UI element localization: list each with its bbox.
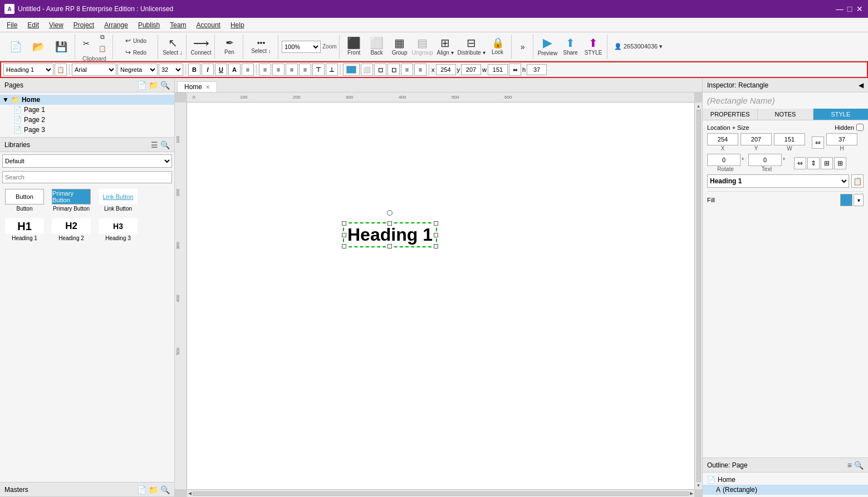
inspector-y-input[interactable] xyxy=(741,133,772,145)
menu-team[interactable]: Team xyxy=(165,20,190,30)
size-pin-button[interactable]: ⊞ xyxy=(834,157,846,169)
scroll-thumb-h[interactable] xyxy=(193,491,689,496)
scroll-horizontal[interactable]: ◀ ▶ xyxy=(187,489,694,497)
x-input[interactable] xyxy=(436,64,456,75)
select-button[interactable]: ↖ Select ↓ xyxy=(161,35,184,59)
canvas-surface[interactable]: Heading 1 xyxy=(187,103,694,489)
style-name-select[interactable]: Heading 1 xyxy=(707,174,849,188)
style-copy-button[interactable]: 📋 xyxy=(55,64,67,76)
font-weight-select[interactable]: Negreta xyxy=(117,64,158,76)
page-1-item[interactable]: 📄 Page 1 xyxy=(0,105,174,115)
y-input[interactable] xyxy=(461,64,481,75)
page-home-item[interactable]: ▼ 📁 Home xyxy=(0,95,174,105)
font-family-select[interactable]: Arial xyxy=(72,64,116,76)
group-button[interactable]: ▦ Group xyxy=(389,35,411,59)
scroll-left-arrow[interactable]: ◀ xyxy=(188,491,192,496)
rotate-handle[interactable] xyxy=(387,210,393,216)
redo-button[interactable]: ↪Redo xyxy=(116,47,155,58)
heading-widget-container[interactable]: Heading 1 xyxy=(343,222,437,247)
widget-type-select[interactable]: Heading 1 xyxy=(3,64,53,76)
outline-rectangle-item[interactable]: A (Rectangle) xyxy=(703,485,868,495)
more-button[interactable]: ••• Select ↓ xyxy=(247,35,276,59)
corner-style-button[interactable]: ◻ xyxy=(374,64,386,76)
scroll-vertical[interactable]: ▲ ▼ xyxy=(694,103,702,489)
italic-button[interactable]: I xyxy=(202,64,214,76)
bold-button[interactable]: B xyxy=(188,64,200,76)
align-center-button[interactable]: ≡ xyxy=(272,64,285,76)
font-size-select[interactable]: 32 xyxy=(159,64,183,76)
front-button[interactable]: ⬛ Front xyxy=(343,35,365,59)
heading-widget[interactable]: Heading 1 xyxy=(343,222,437,247)
lib-item-h3[interactable]: H3 Heading 3 xyxy=(96,216,140,243)
outline-filter-icon[interactable]: ≡ xyxy=(847,461,852,470)
align-right-button[interactable]: ≡ xyxy=(286,64,298,76)
lib-item-primary-button[interactable]: Primary Button Primary Button xyxy=(49,187,94,214)
w-input[interactable] xyxy=(488,64,508,75)
ungroup-button[interactable]: ▤ Ungroup xyxy=(411,35,434,59)
maximize-button[interactable]: □ xyxy=(846,5,854,13)
lock-ratio-button[interactable]: ⇔ xyxy=(509,64,521,76)
account-button[interactable]: 👤 2653004036 ▾ xyxy=(611,35,666,59)
share-button[interactable]: ⬆ Share xyxy=(560,35,582,59)
text-top-button[interactable]: ⊤ xyxy=(312,64,325,76)
pages-search-icon[interactable]: 🔍 xyxy=(160,81,170,90)
edit-style-button[interactable]: 📋 xyxy=(851,174,864,188)
text-bottom-button[interactable]: ⊥ xyxy=(326,64,338,76)
minimize-button[interactable]: — xyxy=(836,5,844,13)
pos-pin-button[interactable]: ⊞ xyxy=(821,157,833,169)
undo-button[interactable]: ↩Undo xyxy=(116,35,155,46)
text-offset-input[interactable] xyxy=(748,154,782,166)
scroll-thumb-v[interactable] xyxy=(697,110,701,482)
handle-top-middle[interactable] xyxy=(388,221,392,226)
tab-style[interactable]: STYLE xyxy=(813,109,868,120)
menu-help[interactable]: Help xyxy=(226,20,249,30)
publish-toolbar-button[interactable]: ⬆ STYLE xyxy=(582,35,605,59)
align-button[interactable]: ⊞ Align ▾ xyxy=(434,35,457,59)
more2-button[interactable]: » xyxy=(515,35,531,59)
flip-v-button[interactable]: ⇕ xyxy=(807,157,820,169)
page-3-item[interactable]: 📄 Page 3 xyxy=(0,125,174,135)
underline-button[interactable]: U xyxy=(215,64,227,76)
inspector-w-input[interactable] xyxy=(774,133,805,145)
handle-middle-right[interactable] xyxy=(434,233,438,237)
pages-folder-icon[interactable]: 📁 xyxy=(149,81,158,90)
cut-button[interactable]: ✂ xyxy=(79,31,94,56)
handle-top-left[interactable] xyxy=(342,221,346,226)
outline-search-icon[interactable]: 🔍 xyxy=(854,461,864,470)
lib-item-h1[interactable]: H1 Heading 1 xyxy=(2,216,47,243)
menu-project[interactable]: Project xyxy=(69,20,99,30)
menu-edit[interactable]: Edit xyxy=(23,20,43,30)
lib-select[interactable]: Default xyxy=(2,154,172,168)
pages-add-icon[interactable]: 📄 xyxy=(137,81,146,90)
lib-item-link-button[interactable]: Link Button Link Button xyxy=(96,187,140,214)
border-style-button[interactable]: ⬜ xyxy=(361,64,373,76)
tab-properties[interactable]: PROPERTIES xyxy=(703,109,758,120)
lib-item-h2[interactable]: H2 Heading 2 xyxy=(49,216,94,243)
lock-w-h-button[interactable]: ⇔ xyxy=(812,137,824,149)
more-style-button[interactable]: ≡ xyxy=(401,64,413,76)
libraries-menu-icon[interactable]: ☰ xyxy=(151,140,158,149)
masters-add-folder-icon[interactable]: 📁 xyxy=(149,485,158,494)
outline-home-item[interactable]: 📄 Home xyxy=(703,475,868,485)
connect-button[interactable]: ⟶ Connect xyxy=(190,35,212,59)
menu-account[interactable]: Account xyxy=(192,20,225,30)
scroll-down-arrow[interactable]: ▼ xyxy=(697,483,701,488)
handle-bottom-left[interactable] xyxy=(342,244,346,248)
fill-color-box[interactable] xyxy=(840,194,852,206)
zoom-select[interactable]: 100% 75% 50% 150% xyxy=(282,41,321,53)
hidden-checkbox[interactable] xyxy=(856,124,864,131)
inspector-x-input[interactable] xyxy=(707,133,738,145)
more-style2-button[interactable]: ≡ xyxy=(414,64,426,76)
rotate-input[interactable] xyxy=(707,154,741,166)
handle-top-right[interactable] xyxy=(434,221,438,226)
back-button[interactable]: ⬜ Back xyxy=(366,35,388,59)
masters-search-icon[interactable]: 🔍 xyxy=(160,485,170,494)
menu-view[interactable]: View xyxy=(45,20,68,30)
open-button[interactable]: 📂 xyxy=(27,35,50,59)
font-color-button[interactable]: A xyxy=(228,64,241,76)
preview-button[interactable]: ▶ Preview xyxy=(537,35,559,59)
masters-add-page-icon[interactable]: 📄 xyxy=(137,485,146,494)
menu-file[interactable]: File xyxy=(2,20,22,30)
copy-button[interactable]: ⧉ xyxy=(95,31,110,42)
inspector-collapse-icon[interactable]: ◀ xyxy=(859,81,864,89)
